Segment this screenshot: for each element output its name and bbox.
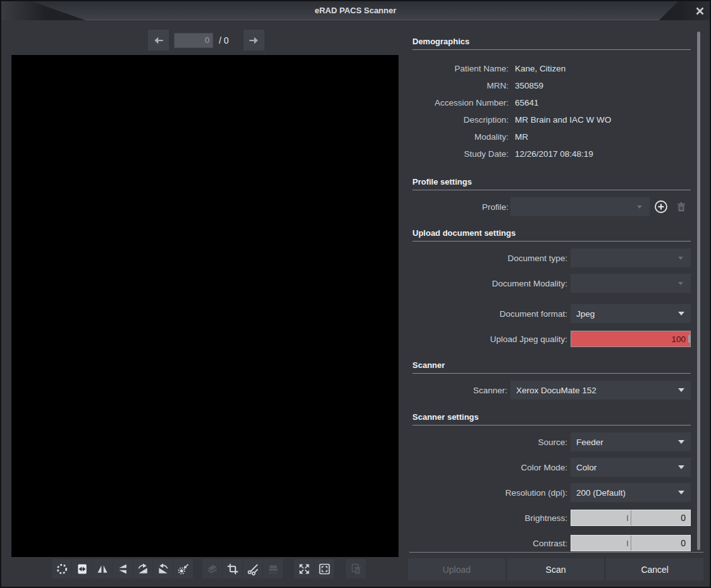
mrn-label: MRN: xyxy=(412,77,509,94)
arrow-left-icon xyxy=(152,34,165,47)
previous-page-button[interactable] xyxy=(148,30,169,51)
document-modality-dropdown[interactable] xyxy=(571,274,691,293)
footer-buttons: Upload Scan Cancel xyxy=(408,558,703,580)
footer-separator xyxy=(409,552,703,553)
chevron-down-icon xyxy=(678,440,684,444)
patient-name-label: Patient Name: xyxy=(412,60,509,77)
chevron-down-icon xyxy=(637,205,642,209)
fit-window-icon xyxy=(318,563,331,575)
color-mode-dropdown[interactable]: Color xyxy=(571,458,691,477)
crop-icon xyxy=(226,563,239,575)
cut-button[interactable] xyxy=(243,559,263,579)
accession-number-value: 65641 xyxy=(515,94,539,111)
brightness-label: Brightness: xyxy=(412,513,567,523)
flip-horizontal-button[interactable] xyxy=(92,559,112,579)
brightness-value: 0 xyxy=(681,513,690,523)
slider-handle[interactable] xyxy=(627,515,628,521)
document-type-dropdown[interactable] xyxy=(571,248,691,267)
rotate-right-button[interactable] xyxy=(133,559,152,579)
document-type-row: Document type: xyxy=(412,248,691,267)
slider-center-mark xyxy=(631,536,631,551)
scan-feeder-icon xyxy=(267,563,280,575)
source-row: Source: Feeder xyxy=(412,432,691,451)
scan-flatbed-button[interactable] xyxy=(202,559,222,579)
flip-horizontal-icon xyxy=(96,563,109,575)
deskew-button[interactable] xyxy=(52,559,71,579)
rotate-left-button[interactable] xyxy=(153,559,173,579)
page-number-input[interactable] xyxy=(174,33,213,48)
tab-underline xyxy=(85,20,659,20)
description-value: MR Brain and IAC W WO xyxy=(515,111,611,128)
fit-window-button[interactable] xyxy=(314,559,334,579)
chevron-down-icon xyxy=(678,491,684,494)
scan-feeder-button[interactable] xyxy=(263,559,283,579)
contrast-slider[interactable]: 0 xyxy=(571,535,691,551)
next-page-button[interactable] xyxy=(244,30,264,51)
invert-icon xyxy=(177,563,190,575)
scanner-dropdown[interactable]: Xerox DocuMate 152 xyxy=(510,381,691,400)
window-title: eRAD PACS Scanner xyxy=(1,1,710,20)
page-navigation: / 0 xyxy=(148,30,264,51)
document-format-label: Document format: xyxy=(412,309,567,319)
flip-vertical-button[interactable] xyxy=(113,559,132,579)
add-profile-button[interactable] xyxy=(652,197,671,216)
flip-vertical-icon xyxy=(116,563,129,575)
document-format-dropdown[interactable]: Jpeg xyxy=(571,304,691,323)
study-date-value: 12/26/2017 08:48:19 xyxy=(515,145,593,162)
separator xyxy=(412,49,691,50)
cancel-button[interactable]: Cancel xyxy=(606,558,703,580)
source-label: Source: xyxy=(412,438,567,447)
jpeg-quality-row: Upload Jpeg quality: 100 xyxy=(412,329,691,348)
plus-circle-icon xyxy=(653,199,669,214)
contrast-value: 0 xyxy=(681,538,690,548)
trash-icon xyxy=(674,200,688,214)
upload-settings-header: Upload document settings xyxy=(412,227,691,241)
slider-handle[interactable] xyxy=(688,335,690,343)
mrn-row: MRN: 350859 xyxy=(412,77,691,94)
chevron-down-icon xyxy=(678,257,683,260)
brightness-slider[interactable]: 0 xyxy=(571,510,691,526)
delete-page-button[interactable] xyxy=(346,559,366,579)
modality-label: Modality: xyxy=(412,128,509,145)
delete-profile-button[interactable] xyxy=(672,197,691,216)
scanner-header: Scanner xyxy=(412,359,691,373)
color-mode-row: Color Mode: Color xyxy=(412,458,691,477)
crop-button[interactable] xyxy=(223,559,242,579)
profile-settings-header: Profile settings xyxy=(412,176,691,190)
resolution-dropdown[interactable]: 200 (Default) xyxy=(571,483,691,502)
scanner-row: Scanner: Xerox DocuMate 152 xyxy=(412,381,691,400)
settings-scrollbar[interactable] xyxy=(697,32,700,550)
mrn-value: 350859 xyxy=(515,77,543,94)
accession-number-row: Accession Number: 65641 xyxy=(412,94,691,111)
invert-button[interactable] xyxy=(173,559,193,579)
image-toolbar xyxy=(52,559,366,579)
chevron-down-icon xyxy=(678,388,684,392)
jpeg-quality-slider[interactable]: 100 xyxy=(571,331,691,347)
scan-flatbed-icon xyxy=(206,563,219,575)
contrast-row: Contrast: 0 xyxy=(412,534,691,553)
accession-number-label: Accession Number: xyxy=(412,94,509,111)
chevron-down-icon xyxy=(678,312,684,315)
document-format-value: Jpeg xyxy=(576,309,595,319)
fit-width-button[interactable] xyxy=(72,559,92,579)
document-modality-label: Document Modality: xyxy=(412,279,567,288)
resolution-label: Resolution (dpi): xyxy=(412,488,567,498)
scanner-settings-header: Scanner settings xyxy=(412,411,691,425)
scan-button[interactable]: Scan xyxy=(507,558,605,580)
actual-size-icon xyxy=(298,563,311,575)
chevron-down-icon xyxy=(678,465,684,469)
source-value: Feeder xyxy=(576,438,603,447)
source-dropdown[interactable]: Feeder xyxy=(571,432,691,451)
brightness-row: Brightness: 0 xyxy=(412,508,691,527)
study-date-row: Study Date: 12/26/2017 08:48:19 xyxy=(412,145,691,162)
color-mode-value: Color xyxy=(576,463,597,472)
cut-icon xyxy=(247,563,259,575)
separator xyxy=(412,425,691,426)
upload-button[interactable]: Upload xyxy=(408,558,505,580)
separator xyxy=(412,241,691,242)
profile-dropdown[interactable] xyxy=(510,197,650,216)
actual-size-button[interactable] xyxy=(294,559,314,579)
slider-handle[interactable] xyxy=(627,541,628,546)
document-modality-row: Document Modality: xyxy=(412,274,691,293)
close-button[interactable] xyxy=(693,4,706,17)
